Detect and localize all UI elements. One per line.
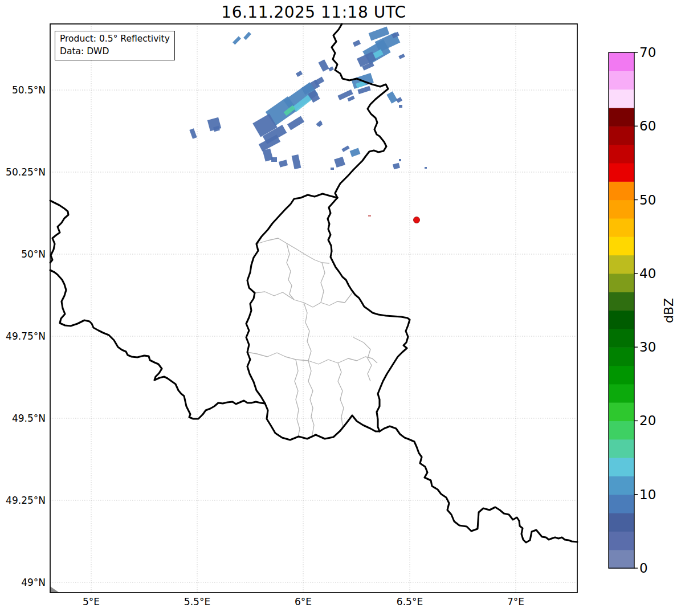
colorbar-segment bbox=[609, 347, 634, 366]
colorbar-segment bbox=[609, 365, 634, 384]
canton-border bbox=[338, 363, 344, 426]
radar-echo bbox=[271, 157, 277, 162]
y-tick-label: 50.5°N bbox=[0, 84, 46, 96]
colorbar-tick-label: 30 bbox=[639, 340, 656, 354]
radar-echo bbox=[243, 32, 251, 40]
x-tick-label: 5°E bbox=[66, 596, 117, 607]
y-tick-label: 49°N bbox=[0, 577, 46, 588]
colorbar-segment bbox=[609, 531, 634, 550]
plot-frame bbox=[50, 24, 577, 593]
radar-echo bbox=[399, 159, 401, 161]
colorbar-segment bbox=[609, 274, 634, 292]
colorbar-tick-label: 60 bbox=[639, 119, 656, 133]
radar-echo bbox=[318, 59, 329, 72]
radar-echo bbox=[386, 91, 397, 104]
canton-border bbox=[287, 243, 294, 300]
radar-echo bbox=[398, 54, 405, 59]
y-tick-label: 50.25°N bbox=[0, 166, 46, 178]
colorbar-axis-label: dBZ bbox=[662, 297, 676, 323]
y-tick-label: 50°N bbox=[0, 248, 46, 260]
radar-map-figure: 16.11.2025 11:18 UTC Product: 0.5° Refle… bbox=[0, 0, 685, 616]
country-border bbox=[50, 201, 68, 263]
colorbar-segment bbox=[609, 329, 634, 348]
radar-echo bbox=[279, 160, 288, 167]
radar-echo bbox=[396, 97, 402, 103]
colorbar-segment bbox=[609, 145, 634, 164]
faint-echo-speck bbox=[368, 215, 371, 217]
x-tick-label: 5.5°E bbox=[172, 596, 223, 607]
colorbar-segment bbox=[609, 292, 634, 311]
canton-border bbox=[308, 361, 314, 435]
colorbar-segment bbox=[609, 126, 634, 145]
radar-echo bbox=[328, 66, 334, 71]
x-tick-label: 7°E bbox=[490, 596, 541, 607]
radar-site-marker bbox=[414, 217, 420, 223]
canton-border bbox=[247, 352, 377, 364]
colorbar-segment bbox=[609, 255, 634, 274]
y-tick-label: 49.25°N bbox=[0, 495, 46, 506]
x-tick-label: 6.5°E bbox=[384, 596, 435, 607]
colorbar-segment bbox=[609, 458, 634, 476]
canton-border bbox=[304, 303, 311, 361]
x-tick-label: 6°E bbox=[278, 596, 329, 607]
radar-echo bbox=[399, 105, 402, 108]
colorbar-segment bbox=[609, 52, 634, 71]
colorbar-segment bbox=[609, 495, 634, 513]
radar-echo bbox=[331, 168, 334, 170]
radar-echo bbox=[341, 145, 349, 152]
figure-title: 16.11.2025 11:18 UTC bbox=[50, 3, 577, 22]
country-border bbox=[380, 426, 577, 542]
colorbar-tick-label: 20 bbox=[639, 413, 656, 428]
data-source-line: Data: DWD bbox=[60, 45, 170, 58]
product-line: Product: 0.5° Reflectivity bbox=[60, 32, 170, 45]
canton-border bbox=[295, 360, 300, 436]
colorbar-segment bbox=[609, 200, 634, 219]
colorbar-tick-label: 70 bbox=[639, 45, 656, 60]
country-border bbox=[265, 403, 380, 440]
colorbar-segment bbox=[609, 439, 634, 458]
colorbar-segment bbox=[609, 513, 634, 532]
radar-echo bbox=[296, 71, 303, 77]
colorbar-segment bbox=[609, 550, 634, 569]
radar-echo bbox=[233, 36, 241, 45]
y-tick-label: 49.5°N bbox=[0, 413, 46, 424]
country-border bbox=[50, 270, 265, 419]
colorbar-segment bbox=[609, 163, 634, 182]
colorbar-segment bbox=[609, 421, 634, 439]
colorbar-segment bbox=[609, 108, 634, 127]
colorbar-tick-label: 10 bbox=[639, 487, 656, 502]
colorbar-segment bbox=[609, 402, 634, 421]
colorbar-segment bbox=[609, 384, 634, 403]
colorbar-tick-label: 40 bbox=[639, 266, 656, 281]
colorbar-segment bbox=[609, 218, 634, 237]
colorbar-segment bbox=[609, 89, 634, 108]
canton-border bbox=[256, 238, 329, 263]
radar-echo bbox=[393, 163, 400, 170]
colorbar-segment bbox=[609, 476, 634, 495]
radar-echo bbox=[287, 116, 304, 130]
y-tick-label: 49.75°N bbox=[0, 331, 46, 342]
radar-echo bbox=[292, 154, 301, 169]
colorbar-tick-label: 50 bbox=[639, 193, 656, 207]
map-corner-fragment bbox=[50, 586, 59, 593]
radar-echo bbox=[350, 148, 361, 157]
colorbar-segment bbox=[609, 311, 634, 329]
colorbar-segment bbox=[609, 236, 634, 255]
map-canvas bbox=[0, 0, 685, 616]
radar-echo bbox=[353, 40, 361, 47]
colorbar-segment bbox=[609, 181, 634, 200]
radar-echo bbox=[347, 96, 354, 102]
radar-echo bbox=[334, 157, 345, 168]
product-annotation-box: Product: 0.5° Reflectivity Data: DWD bbox=[55, 31, 175, 60]
radar-echo bbox=[425, 167, 427, 169]
colorbar-segment bbox=[609, 71, 634, 89]
canton-border bbox=[353, 337, 372, 381]
colorbar-tick-label: 0 bbox=[639, 561, 648, 576]
country-border bbox=[328, 198, 410, 431]
radar-echo bbox=[189, 128, 197, 139]
canton-border bbox=[321, 263, 325, 303]
